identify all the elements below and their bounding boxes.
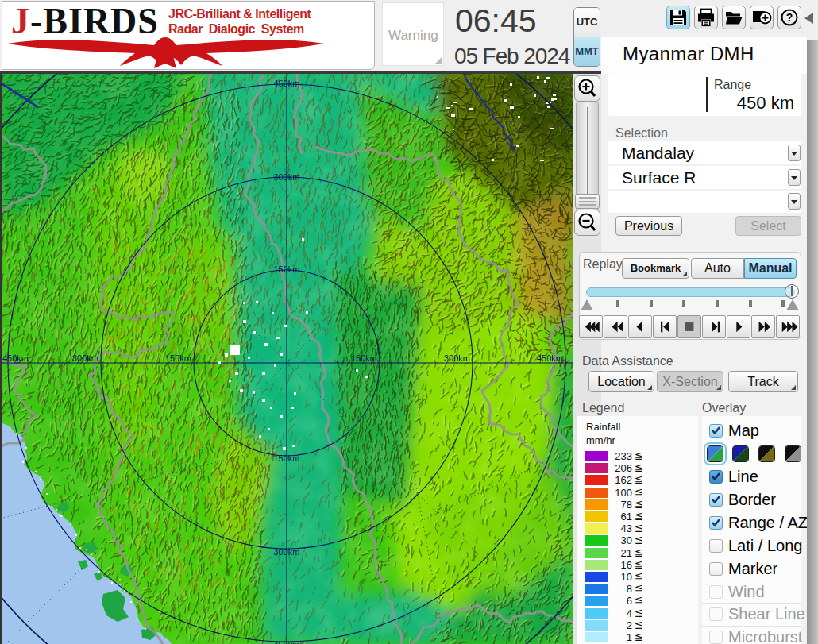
svg-text:150km: 150km (273, 264, 299, 274)
svg-text:300km: 300km (273, 547, 299, 557)
svg-text:300km: 300km (273, 172, 299, 182)
svg-text:450km: 450km (2, 353, 29, 363)
svg-text:300km: 300km (72, 353, 98, 363)
svg-text:150km: 150km (273, 453, 299, 463)
svg-text:150km: 150km (351, 353, 377, 363)
svg-text:300km: 300km (444, 353, 470, 363)
svg-text:450km: 450km (273, 640, 299, 644)
svg-text:?: ? (786, 11, 793, 24)
svg-text:450km: 450km (273, 79, 299, 88)
svg-text:150km: 150km (165, 353, 191, 363)
svg-text:450km: 450km (537, 353, 563, 363)
